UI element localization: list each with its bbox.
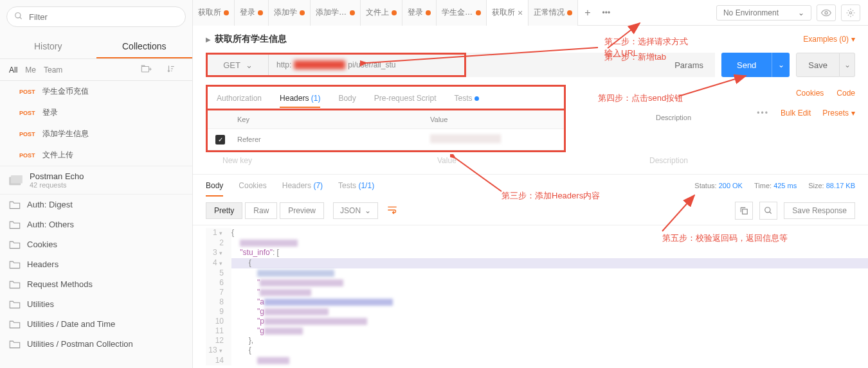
tab-authorization[interactable]: Authorization bbox=[217, 94, 262, 103]
save-options-button[interactable]: ⌄ bbox=[840, 53, 855, 77]
new-value-input[interactable]: Value bbox=[437, 156, 649, 165]
env-settings-icon[interactable] bbox=[841, 4, 860, 21]
request-tab[interactable]: 添加学生信 bbox=[311, 0, 361, 26]
new-key-input[interactable]: New key bbox=[222, 156, 437, 165]
request-tab[interactable]: 学生金币充值 bbox=[437, 0, 487, 26]
svg-point-0 bbox=[15, 13, 21, 18]
chevron-down-icon: ⌄ bbox=[246, 60, 253, 70]
params-button[interactable]: Params bbox=[663, 53, 715, 77]
folder-item[interactable]: Cookies bbox=[0, 234, 192, 254]
svg-point-14 bbox=[765, 207, 770, 213]
save-response-button[interactable]: Save Response bbox=[784, 202, 855, 219]
request-tab[interactable]: 登录 bbox=[235, 0, 269, 26]
tab-history[interactable]: History bbox=[0, 33, 96, 58]
raw-button[interactable]: Raw bbox=[245, 202, 277, 219]
request-item[interactable]: POST文件上传 bbox=[0, 145, 192, 166]
res-tab-body[interactable]: Body bbox=[206, 181, 223, 190]
collapse-caret-icon[interactable]: ▶ bbox=[206, 36, 211, 43]
unsaved-dot-icon bbox=[567, 10, 572, 15]
folder-icon bbox=[9, 220, 21, 229]
collection-postman-echo[interactable]: Postman Echo42 requests bbox=[0, 166, 192, 195]
folder-item[interactable]: Utilities / Postman Collection bbox=[0, 334, 192, 354]
examples-dropdown[interactable]: Examples (0)▾ bbox=[803, 35, 855, 44]
tab-headers[interactable]: Headers (1) bbox=[280, 94, 320, 103]
environment-select[interactable]: No Environment⌄ bbox=[716, 5, 811, 21]
url-input[interactable]: http:pi/user/all_stu bbox=[269, 55, 464, 75]
unsaved-dot-icon bbox=[224, 10, 229, 15]
request-item[interactable]: POST添加学生信息 bbox=[0, 123, 192, 145]
tab-options-icon[interactable]: ••• bbox=[597, 8, 616, 17]
col-key: Key bbox=[230, 110, 422, 128]
header-row[interactable]: ✓ Referer bbox=[208, 129, 564, 150]
folder-icon bbox=[9, 280, 21, 289]
tab-body[interactable]: Body bbox=[338, 94, 356, 103]
search-response-icon[interactable] bbox=[759, 202, 777, 220]
folder-item[interactable]: Utilities bbox=[0, 294, 192, 314]
request-tab[interactable]: 登录 bbox=[402, 0, 437, 26]
caret-down-icon: ▾ bbox=[851, 109, 855, 118]
unsaved-dot-icon bbox=[300, 10, 305, 15]
request-title[interactable]: 获取所有学生信息 bbox=[215, 33, 287, 45]
new-tab-button[interactable]: + bbox=[578, 7, 597, 19]
svg-line-15 bbox=[770, 212, 772, 214]
wrap-lines-icon[interactable] bbox=[387, 206, 397, 216]
res-tab-cookies[interactable]: Cookies bbox=[239, 181, 266, 190]
svg-line-1 bbox=[20, 17, 22, 19]
scope-team[interactable]: Team bbox=[44, 66, 62, 74]
copy-icon[interactable] bbox=[735, 202, 753, 220]
header-key-input[interactable]: Referer bbox=[230, 130, 422, 148]
response-body[interactable]: 1 ▾{ 2 3 ▾ "stu_info": [ 4 ▾ { 5 6 " 7 "… bbox=[193, 225, 868, 365]
url-input-extension[interactable] bbox=[466, 53, 663, 77]
scope-all[interactable]: All bbox=[9, 66, 17, 74]
folder-item[interactable]: Auth: Digest bbox=[0, 195, 192, 215]
env-preview-icon[interactable] bbox=[817, 4, 836, 21]
tab-collections[interactable]: Collections bbox=[96, 33, 193, 58]
request-item[interactable]: POST学生金币充值 bbox=[0, 81, 192, 102]
collection-icon bbox=[9, 175, 23, 186]
new-collection-icon[interactable] bbox=[141, 64, 152, 75]
request-tab[interactable]: 获取所× bbox=[487, 0, 529, 26]
svg-point-10 bbox=[825, 12, 827, 14]
folder-item[interactable]: Request Methods bbox=[0, 274, 192, 294]
format-select[interactable]: JSON⌄ bbox=[333, 202, 378, 219]
cookies-link[interactable]: Cookies bbox=[796, 89, 824, 98]
new-desc-input[interactable]: Description bbox=[649, 156, 688, 165]
pretty-button[interactable]: Pretty bbox=[206, 202, 242, 219]
folder-item[interactable]: Headers bbox=[0, 254, 192, 274]
unsaved-dot-icon bbox=[258, 10, 263, 15]
scope-me[interactable]: Me bbox=[25, 66, 36, 74]
request-tab[interactable]: 文件上 bbox=[361, 0, 402, 26]
res-tab-headers[interactable]: Headers (7) bbox=[282, 181, 323, 190]
request-tab[interactable]: 添加学 bbox=[269, 0, 311, 26]
save-button[interactable]: Save bbox=[796, 53, 840, 77]
request-item[interactable]: POST登录 bbox=[0, 102, 192, 123]
checkbox-icon[interactable]: ✓ bbox=[215, 135, 225, 145]
svg-rect-9 bbox=[11, 175, 23, 183]
folder-icon bbox=[9, 340, 21, 349]
filter-input[interactable] bbox=[6, 6, 186, 27]
more-columns-icon[interactable]: ••• bbox=[757, 109, 769, 118]
close-icon[interactable]: × bbox=[518, 8, 523, 18]
send-button[interactable]: Send bbox=[721, 53, 772, 77]
svg-rect-13 bbox=[743, 209, 748, 215]
status-label: Status: 200 OK bbox=[694, 182, 743, 189]
bulk-edit-link[interactable]: Bulk Edit bbox=[781, 109, 811, 118]
code-link[interactable]: Code bbox=[836, 89, 855, 98]
time-label: Time: 425 ms bbox=[754, 182, 797, 189]
res-tab-tests[interactable]: Tests (1/1) bbox=[338, 181, 374, 190]
tab-prerequest[interactable]: Pre-request Script bbox=[374, 94, 437, 103]
sort-icon[interactable] bbox=[167, 64, 176, 75]
preview-button[interactable]: Preview bbox=[280, 202, 324, 219]
send-options-button[interactable]: ⌄ bbox=[772, 53, 790, 77]
unsaved-dot-icon bbox=[392, 10, 397, 15]
method-select[interactable]: GET⌄ bbox=[208, 55, 269, 75]
folder-item[interactable]: Auth: Others bbox=[0, 215, 192, 234]
header-value-input[interactable] bbox=[422, 129, 564, 150]
folder-item[interactable]: Utilities / Date and Time bbox=[0, 314, 192, 334]
request-tab[interactable]: 获取所 bbox=[193, 0, 235, 26]
tabs-row: 获取所 登录 添加学 添加学生信 文件上 登录 学生金币充值 获取所× 正常情况… bbox=[193, 0, 709, 26]
request-tab[interactable]: 正常情况 bbox=[529, 0, 578, 26]
svg-rect-2 bbox=[141, 67, 149, 72]
presets-dropdown[interactable]: Presets▾ bbox=[822, 109, 855, 118]
tab-tests[interactable]: Tests bbox=[454, 94, 478, 103]
